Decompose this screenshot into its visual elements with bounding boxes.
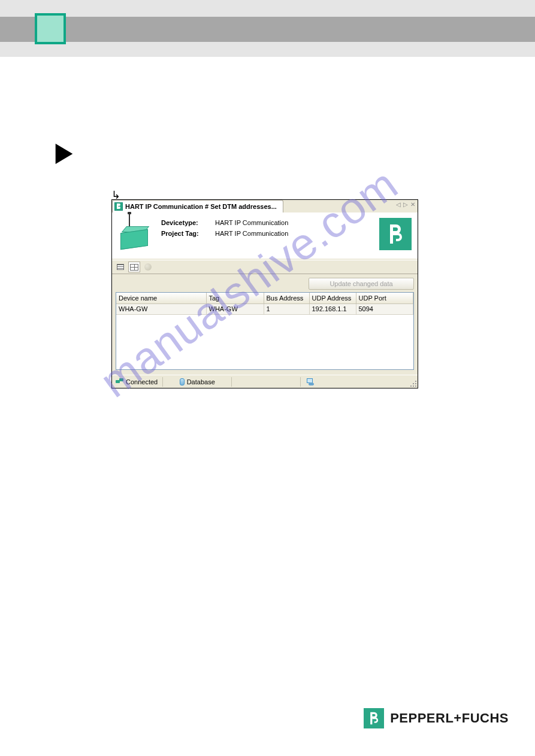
view-grid-button[interactable]: [128, 262, 140, 272]
header-accent-square: [35, 13, 66, 44]
header-fields: Devicetype: HART IP Communication Projec…: [161, 218, 372, 253]
col-udp-address[interactable]: UDP Address: [309, 293, 356, 303]
projecttag-value: HART IP Communication: [215, 230, 288, 237]
grid-icon: [130, 264, 138, 271]
footer-brand-text: PEPPERL+FUCHS: [390, 711, 509, 726]
device-image: [118, 218, 154, 253]
cell-device-name[interactable]: WHA-GW: [116, 303, 206, 314]
tab-hart-ip-set-dtm[interactable]: HART IP Communication # Set DTM addresse…: [112, 200, 283, 212]
tab-title: HART IP Communication # Set DTM addresse…: [125, 203, 277, 210]
col-udp-port[interactable]: UDP Port: [356, 293, 413, 303]
grid-panel: Update changed data Device name Tag Bus …: [112, 274, 418, 375]
status-bar: Connected Database: [112, 375, 418, 388]
tab-close-button[interactable]: ✕: [410, 201, 415, 208]
cell-bus-address[interactable]: 1: [264, 303, 309, 314]
database-icon: [180, 378, 185, 385]
dialog-header-panel: Devicetype: HART IP Communication Projec…: [112, 213, 418, 260]
connected-icon: [116, 378, 123, 385]
network-icon: [306, 378, 314, 385]
col-device-name[interactable]: Device name: [116, 293, 206, 303]
table-row[interactable]: WHA-GW WHA-GW 1 192.168.1.1 5094: [116, 303, 413, 314]
col-tag[interactable]: Tag: [206, 293, 264, 303]
devicetype-label: Devicetype:: [161, 219, 215, 226]
tab-prev-button[interactable]: ◁: [396, 201, 401, 208]
devicetype-value: HART IP Communication: [215, 219, 288, 226]
page-header-bar: [0, 0, 535, 57]
tab-next-button[interactable]: ▷: [403, 201, 408, 208]
cell-tag[interactable]: WHA-GW: [206, 303, 264, 314]
view-toolbar: [112, 260, 418, 274]
status-database: Database: [187, 378, 215, 385]
resize-grip-icon[interactable]: [409, 379, 417, 387]
projecttag-label: Project Tag:: [161, 230, 215, 237]
footer-pf-icon: [364, 708, 384, 728]
view-list-button[interactable]: [114, 262, 126, 272]
pf-tab-icon: [114, 202, 123, 211]
procedure-arrow-icon: [56, 144, 73, 164]
tab-window-controls: ◁ ▷ ✕: [396, 201, 415, 208]
update-changed-data-button[interactable]: Update changed data: [309, 278, 414, 290]
status-connected: Connected: [126, 378, 158, 385]
list-icon: [117, 264, 124, 270]
cell-udp-port[interactable]: 5094: [356, 303, 413, 314]
sphere-icon: [144, 263, 152, 271]
tab-strip: HART IP Communication # Set DTM addresse…: [112, 200, 418, 213]
footer-brand: PEPPERL+FUCHS: [364, 708, 509, 728]
view-3d-button[interactable]: [142, 262, 154, 272]
dtm-address-dialog: HART IP Communication # Set DTM addresse…: [111, 199, 418, 388]
pf-logo-icon: [379, 218, 412, 250]
header-stripe: [0, 17, 535, 42]
col-bus-address[interactable]: Bus Address: [264, 293, 309, 303]
device-address-grid[interactable]: Device name Tag Bus Address UDP Address …: [116, 292, 414, 370]
cell-udp-address[interactable]: 192.168.1.1: [309, 303, 356, 314]
